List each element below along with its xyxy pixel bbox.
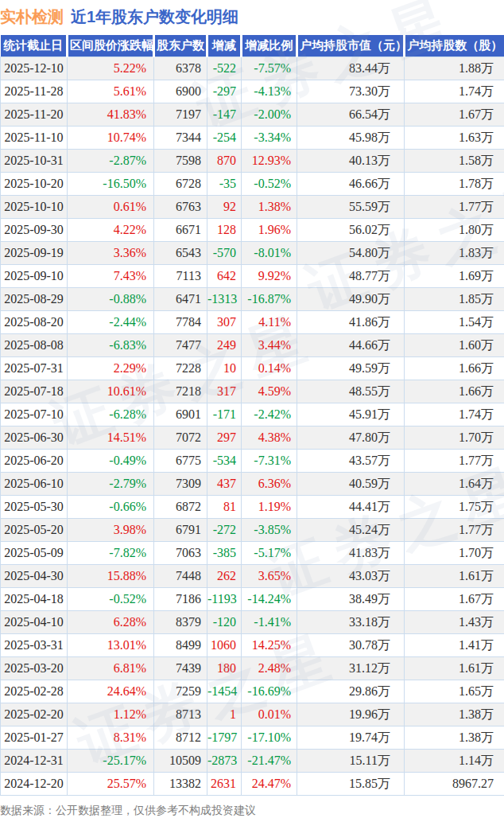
holders-cell: 8499 [154,634,207,657]
holders-cell: 7448 [154,565,207,588]
ratio-cell: 1.96% [242,219,297,242]
table-row: 2025-03-206.81%74391802.48%31.12万1.61万 [1,657,504,680]
holders-cell: 8712 [154,726,207,750]
table-row: 2025-11-2041.83%7197-147-2.00%66.54万1.67… [1,103,504,127]
avg-shares-cell: 1.75万 [405,496,504,519]
table-row: 2025-11-1010.74%7344-254-3.34%45.98万1.63… [1,127,504,150]
price-change-cell: 14.51% [68,427,154,450]
delta-cell: 870 [207,150,242,173]
avg-value-cell: 15.11万 [297,750,405,773]
avg-value-cell: 55.59万 [297,196,405,219]
price-change-cell: 13.01% [68,634,154,657]
date-cell: 2025-04-10 [1,611,68,634]
holders-cell: 7309 [154,473,207,496]
date-cell: 2025-11-10 [1,127,68,150]
avg-shares-cell: 1.85万 [405,288,504,311]
ratio-cell: 3.44% [242,334,297,357]
delta-cell: -171 [207,403,242,427]
avg-shares-cell: 1.77万 [405,519,504,542]
price-change-cell: -6.28% [68,403,154,427]
ratio-cell: -2.42% [242,403,297,427]
avg-shares-cell: 1.66万 [405,357,504,380]
ratio-cell: -4.13% [242,80,297,103]
avg-value-cell: 47.80万 [297,427,405,450]
date-cell: 2025-11-28 [1,80,68,103]
avg-value-cell: 29.86万 [297,680,405,703]
delta-cell: 1060 [207,634,242,657]
holders-cell: 7072 [154,427,207,450]
delta-cell: 1 [207,703,242,726]
avg-value-cell: 19.74万 [297,726,405,750]
table-row: 2025-07-1810.61%72183174.59%48.55万1.66万 [1,380,504,403]
avg-value-cell: 83.44万 [297,57,405,80]
table-row: 2025-08-08-6.83%74772493.44%44.66万1.60万 [1,334,504,357]
date-cell: 2025-08-08 [1,334,68,357]
delta-cell: 10 [207,357,242,380]
table-row: 2025-05-203.98%6791-272-3.85%45.24万1.77万 [1,519,504,542]
table-row: 2025-10-20-16.50%6728-35-0.52%46.66万1.78… [1,173,504,196]
avg-shares-cell: 1.69万 [405,265,504,288]
holders-cell: 7186 [154,588,207,611]
avg-value-cell: 45.24万 [297,519,405,542]
ratio-cell: 9.92% [242,265,297,288]
price-change-cell: 3.98% [68,519,154,542]
avg-value-cell: 49.59万 [297,357,405,380]
holders-cell: 6763 [154,196,207,219]
price-change-cell: 5.22% [68,57,154,80]
price-change-cell: -7.82% [68,542,154,565]
avg-value-cell: 30.78万 [297,634,405,657]
price-change-cell: 24.64% [68,680,154,703]
price-change-cell: 41.83% [68,103,154,127]
delta-cell: -1797 [207,726,242,750]
delta-cell: 81 [207,496,242,519]
avg-shares-cell: 1.88万 [405,57,504,80]
avg-value-cell: 49.90万 [297,288,405,311]
table-row: 2025-07-312.29%7228100.14%49.59万1.66万 [1,357,504,380]
price-change-cell: -16.50% [68,173,154,196]
ratio-cell: 24.47% [242,773,297,796]
price-change-cell: 5.61% [68,80,154,103]
price-change-cell: 4.22% [68,219,154,242]
date-cell: 2025-10-10 [1,196,68,219]
avg-shares-cell: 1.78万 [405,173,504,196]
avg-value-cell: 56.02万 [297,219,405,242]
header-avg-shares: 户均持股数（股） [405,35,504,57]
ratio-cell: -16.69% [242,680,297,703]
holders-cell: 7197 [154,103,207,127]
table-row: 2025-08-29-0.88%6471-1313-16.87%49.90万1.… [1,288,504,311]
table-row: 2025-06-20-0.49%6775-534-7.31%43.57万1.77… [1,450,504,473]
price-change-cell: -0.88% [68,288,154,311]
avg-shares-cell: 1.74万 [405,403,504,427]
delta-cell: -2873 [207,750,242,773]
holders-cell: 7228 [154,357,207,380]
avg-shares-cell: 1.54万 [405,311,504,334]
avg-shares-cell: 1.66万 [405,380,504,403]
price-change-cell: -2.44% [68,311,154,334]
page: 证券之星 证券之星 证券之星 证券之星 证券之星 实朴检测近1年股东户数变化明细… [0,0,504,818]
date-cell: 2024-12-31 [1,750,68,773]
delta-cell: 642 [207,265,242,288]
avg-value-cell: 43.57万 [297,450,405,473]
delta-cell: -1193 [207,588,242,611]
date-cell: 2025-06-10 [1,473,68,496]
avg-value-cell: 33.18万 [297,611,405,634]
holders-cell: 6775 [154,450,207,473]
table-row: 2025-02-201.12%871310.01%19.96万1.38万 [1,703,504,726]
ratio-cell: 0.14% [242,357,297,380]
avg-shares-cell: 1.70万 [405,542,504,565]
data-source-note: 数据来源：公开数据整理，仅供参考不构成投资建议 [0,804,504,818]
avg-shares-cell: 1.65万 [405,680,504,703]
ratio-cell: 2.48% [242,657,297,680]
header-date: 统计截止日 [1,35,68,57]
table-row: 2025-09-304.22%66711281.96%56.02万1.80万 [1,219,504,242]
avg-value-cell: 43.03万 [297,565,405,588]
ratio-cell: -1.41% [242,611,297,634]
table-row: 2025-04-3015.88%74482623.65%43.03万1.61万 [1,565,504,588]
price-change-cell: -0.49% [68,450,154,473]
ratio-cell: -14.24% [242,588,297,611]
page-title: 实朴检测近1年股东户数变化明细 [0,0,504,29]
price-change-cell: 8.31% [68,726,154,750]
header-delta: 增减 [207,35,242,57]
table-row: 2025-08-20-2.44%77843074.11%41.86万1.54万 [1,311,504,334]
avg-shares-cell: 1.70万 [405,427,504,450]
